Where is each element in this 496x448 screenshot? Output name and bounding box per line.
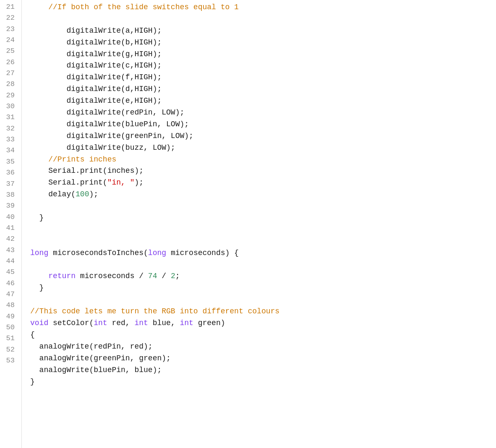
line-number: 31 bbox=[0, 112, 15, 123]
token-number: 100 bbox=[76, 190, 89, 198]
code-line: void setColor(int red, int blue, int gre… bbox=[30, 318, 496, 329]
token-normal: Serial.print( bbox=[30, 178, 107, 187]
line-number: 40 bbox=[0, 212, 15, 223]
line-number: 29 bbox=[0, 90, 15, 101]
token-normal: digitalWrite(e,HIGH); bbox=[30, 96, 162, 105]
token-normal: red, bbox=[107, 319, 135, 327]
line-number: 37 bbox=[0, 179, 15, 190]
token-comment: //Prints inches bbox=[30, 155, 116, 164]
token-normal: } bbox=[30, 378, 35, 386]
token-normal: digitalWrite(bluePin, LOW); bbox=[30, 120, 189, 128]
token-normal: digitalWrite(g,HIGH); bbox=[30, 50, 162, 58]
code-line: //Prints inches bbox=[30, 154, 496, 166]
code-line: //If both of the slide switches equal to… bbox=[30, 2, 496, 13]
code-line: digitalWrite(e,HIGH); bbox=[30, 95, 496, 107]
code-line: digitalWrite(a,HIGH); bbox=[30, 25, 496, 37]
line-number: 28 bbox=[0, 79, 15, 90]
token-normal: digitalWrite(f,HIGH); bbox=[30, 73, 162, 81]
code-editor: 2122232425262728293031323334353637383940… bbox=[0, 0, 496, 448]
line-number: 24 bbox=[0, 35, 15, 46]
line-number: 51 bbox=[0, 333, 15, 344]
token-normal: digitalWrite(b,HIGH); bbox=[30, 38, 162, 47]
code-line: digitalWrite(f,HIGH); bbox=[30, 72, 496, 83]
line-number: 50 bbox=[0, 322, 15, 333]
code-line: return microseconds / 74 / 2; bbox=[30, 271, 496, 282]
token-keyword: int bbox=[180, 319, 193, 327]
code-line: digitalWrite(g,HIGH); bbox=[30, 49, 496, 60]
code-line: Serial.print(inches); bbox=[30, 165, 496, 177]
token-normal: digitalWrite(a,HIGH); bbox=[30, 26, 162, 35]
token-normal: digitalWrite(c,HIGH); bbox=[30, 61, 162, 70]
code-line: digitalWrite(d,HIGH); bbox=[30, 83, 496, 95]
code-line bbox=[30, 294, 496, 306]
line-number: 39 bbox=[0, 201, 15, 211]
token-normal: microseconds / bbox=[76, 272, 148, 280]
code-line: delay(100); bbox=[30, 189, 496, 201]
line-number: 42 bbox=[0, 234, 15, 245]
line-number: 22 bbox=[0, 13, 15, 23]
code-line: Serial.print("in, "); bbox=[30, 177, 496, 189]
line-number: 49 bbox=[0, 311, 15, 322]
code-line bbox=[30, 236, 496, 247]
line-number: 23 bbox=[0, 24, 15, 35]
line-number: 38 bbox=[0, 190, 15, 201]
line-number: 34 bbox=[0, 145, 15, 156]
token-normal: / bbox=[157, 272, 170, 280]
token-keyword: return bbox=[48, 272, 76, 280]
token-normal: digitalWrite(buzz, LOW); bbox=[30, 143, 175, 152]
token-normal: microsecondsToInches( bbox=[48, 249, 148, 257]
line-number: 33 bbox=[0, 134, 15, 145]
code-line bbox=[30, 13, 496, 25]
code-line bbox=[30, 259, 496, 271]
token-normal bbox=[30, 272, 48, 280]
token-normal: green) bbox=[193, 319, 225, 327]
code-line: long microsecondsToInches(long microseco… bbox=[30, 247, 496, 259]
code-line: digitalWrite(b,HIGH); bbox=[30, 37, 496, 49]
line-number: 35 bbox=[0, 156, 15, 167]
token-comment: //This code lets me turn the RGB into di… bbox=[30, 307, 279, 315]
line-number: 30 bbox=[0, 101, 15, 112]
token-normal: analogWrite(greenPin, green); bbox=[30, 354, 171, 362]
token-number: 74 bbox=[148, 272, 157, 280]
code-line: } bbox=[30, 282, 496, 294]
line-number: 21 bbox=[0, 2, 15, 13]
code-line bbox=[30, 201, 496, 212]
token-normal: microseconds) { bbox=[166, 249, 239, 257]
token-normal: digitalWrite(redPin, LOW); bbox=[30, 108, 184, 117]
token-normal: blue, bbox=[148, 319, 180, 327]
token-keyword: long bbox=[148, 249, 166, 257]
line-number: 45 bbox=[0, 267, 15, 278]
code-line: digitalWrite(c,HIGH); bbox=[30, 60, 496, 72]
line-number: 48 bbox=[0, 300, 15, 311]
token-number: 2 bbox=[171, 272, 175, 280]
token-normal: digitalWrite(d,HIGH); bbox=[30, 85, 162, 93]
token-keyword: void bbox=[30, 319, 48, 327]
token-normal: setColor( bbox=[48, 319, 94, 327]
line-number: 41 bbox=[0, 223, 15, 234]
code-line: { bbox=[30, 329, 496, 341]
token-normal: Serial.print(inches); bbox=[30, 167, 144, 175]
code-line: } bbox=[30, 212, 496, 224]
line-number-column: 2122232425262728293031323334353637383940… bbox=[0, 0, 22, 448]
token-comment: //If both of the slide switches equal to… bbox=[30, 3, 239, 11]
token-normal: ); bbox=[89, 190, 98, 198]
line-number: 25 bbox=[0, 46, 15, 57]
token-normal: { bbox=[30, 331, 35, 339]
code-line: digitalWrite(bluePin, LOW); bbox=[30, 119, 496, 130]
code-line bbox=[30, 224, 496, 236]
line-number: 46 bbox=[0, 278, 15, 289]
code-area: //If both of the slide switches equal to… bbox=[22, 0, 496, 448]
line-number: 32 bbox=[0, 123, 15, 134]
code-line: analogWrite(greenPin, green); bbox=[30, 353, 496, 365]
token-normal: } bbox=[30, 214, 44, 222]
line-number: 47 bbox=[0, 289, 15, 300]
line-number: 36 bbox=[0, 167, 15, 178]
line-number: 43 bbox=[0, 245, 15, 256]
token-normal: analogWrite(redPin, red); bbox=[30, 342, 153, 351]
token-string: "in, " bbox=[107, 178, 135, 187]
code-line: digitalWrite(buzz, LOW); bbox=[30, 142, 496, 154]
code-line: analogWrite(redPin, red); bbox=[30, 341, 496, 353]
line-number: 44 bbox=[0, 256, 15, 267]
code-line: digitalWrite(greenPin, LOW); bbox=[30, 130, 496, 142]
token-normal: } bbox=[30, 284, 44, 292]
